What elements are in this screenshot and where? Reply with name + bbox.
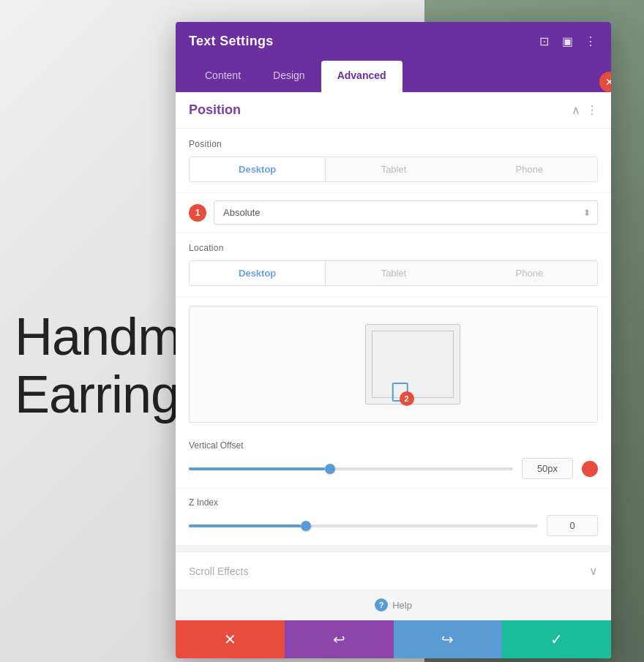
location-desktop-tab[interactable]: Desktop [190,261,326,285]
panel-footer: ✕ ↩ ↪ ✓ [176,620,611,658]
tab-content[interactable]: Content [189,61,257,92]
redo-icon: ↪ [441,631,454,648]
help-row: ? Help [176,590,611,620]
fullscreen-icon[interactable]: ⊡ [536,34,551,49]
position-desktop-tab[interactable]: Desktop [190,157,326,181]
scroll-effects-title: Scroll Effects [189,565,248,577]
position-device-tabs: Desktop Tablet Phone [189,157,598,182]
help-label[interactable]: Help [392,600,412,611]
z-index-thumb [301,521,311,531]
panel-header: Text Settings ⊡ ▣ ⋮ [176,22,611,61]
badge-2: 2 [400,391,414,406]
section-title-position: Position [189,102,241,118]
scroll-effects-chevron: ∨ [589,564,598,578]
vertical-offset-thumb [325,464,335,474]
cancel-icon: ✕ [224,631,236,648]
redo-button[interactable]: ↪ [394,620,503,658]
vertical-offset-label: Vertical Offset [189,440,598,451]
vertical-offset-row [189,458,598,479]
z-index-row [189,515,598,536]
header-icons: ⊡ ▣ ⋮ [536,34,598,49]
undo-icon: ↩ [333,631,345,648]
location-device-tabs: Desktop Tablet Phone [189,260,598,286]
location-label: Location [189,243,598,253]
badge-1: 1 [189,204,206,222]
position-select-wrapper[interactable]: Absolute ⬍ [214,200,598,225]
vertical-offset-field: Vertical Offset [176,432,611,489]
section-header-controls: ∧ ⋮ [572,103,598,117]
location-field-group: Location Desktop Tablet Phone [176,233,611,297]
options-icon[interactable]: ⋮ [586,103,598,117]
map-grid [365,324,460,405]
vertical-offset-input[interactable] [522,458,573,479]
z-index-track[interactable] [189,524,538,527]
position-field-group: Position Desktop Tablet Phone [176,129,611,193]
collapse-icon[interactable]: ∧ [572,103,580,117]
tab-advanced[interactable]: Advanced [321,61,402,92]
location-phone-tab[interactable]: Phone [462,261,597,285]
settings-panel: ✕ Text Settings ⊡ ▣ ⋮ Content Design Adv… [176,22,611,658]
scroll-effects-section[interactable]: Scroll Effects ∨ [176,552,611,590]
position-select-row: 1 Absolute ⬍ [176,193,611,233]
vertical-offset-fill [189,467,325,470]
vertical-offset-track[interactable] [189,467,513,470]
location-tablet-tab[interactable]: Tablet [326,261,461,285]
position-phone-tab[interactable]: Phone [462,157,597,181]
badge-3 [582,461,598,477]
undo-button[interactable]: ↩ [285,620,394,658]
position-label: Position [189,139,598,149]
position-section: Position ∧ ⋮ Position Desktop Tablet Pho… [176,92,611,546]
help-icon: ? [375,598,388,612]
position-select[interactable]: Absolute [214,200,598,225]
tab-bar: Content Design Advanced [176,61,611,92]
z-index-field: Z Index [176,489,611,546]
tab-design[interactable]: Design [257,61,321,92]
panel-title: Text Settings [189,34,274,49]
position-tablet-tab[interactable]: Tablet [326,157,461,181]
save-icon: ✓ [550,631,563,648]
z-index-fill [189,524,301,527]
layout-icon[interactable]: ▣ [560,34,574,49]
z-index-label: Z Index [189,497,598,508]
save-button[interactable]: ✓ [502,620,611,658]
more-icon[interactable]: ⋮ [583,34,598,49]
z-index-input[interactable] [547,515,598,536]
cancel-button[interactable]: ✕ [176,620,285,658]
location-map[interactable]: 2 [189,306,598,423]
panel-body: Position ∧ ⋮ Position Desktop Tablet Pho… [176,92,611,620]
section-header-position: Position ∧ ⋮ [176,92,611,129]
